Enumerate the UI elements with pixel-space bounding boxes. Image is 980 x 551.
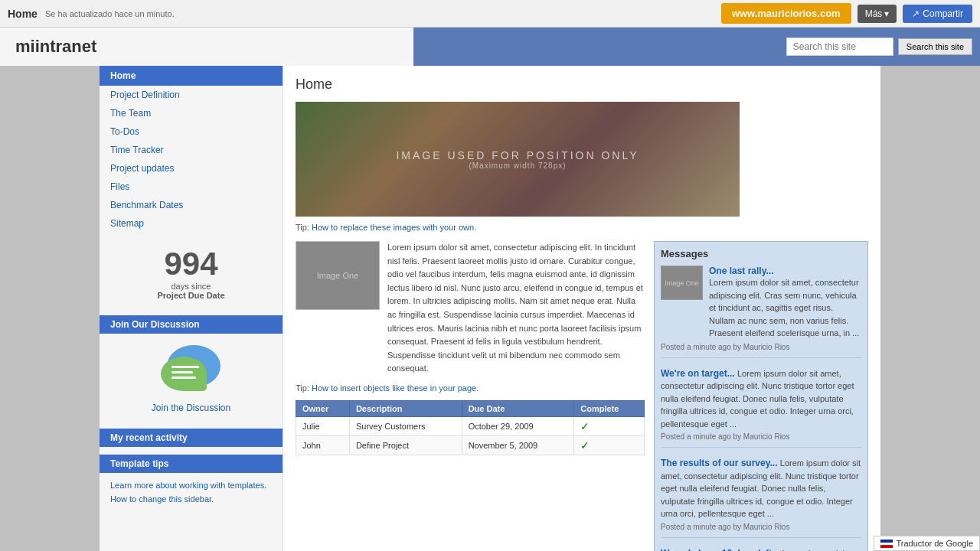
tip2-link[interactable]: How to insert objects like these in your… — [312, 383, 479, 393]
hero-img-inner: IMAGE USED FOR POSITION ONLY (Maximum wi… — [296, 102, 740, 217]
message-title[interactable]: We're on target... — [661, 368, 735, 379]
top-bar-title: Home — [8, 8, 38, 20]
discussion-area: Join the Discussion — [100, 334, 283, 421]
days-number: 994 — [107, 248, 275, 280]
discussion-icon — [161, 341, 222, 403]
table-cell-due-date: October 29, 2009 — [462, 416, 574, 435]
message-thumbnail: Image One — [661, 266, 703, 300]
sidebar-item-the-team[interactable]: The Team — [100, 104, 283, 122]
bubble-line — [172, 377, 196, 379]
tip2-prefix: Tip: — [296, 383, 309, 393]
hero-overlay-sub: (Maximum width 728px) — [469, 161, 566, 170]
message-title[interactable]: We only have 10 days left... — [661, 548, 779, 552]
message-body: Lorem ipsum dolor sit amet, consectetur … — [709, 276, 861, 340]
message-item: We only have 10 days left... Lorem ipsum… — [661, 547, 861, 552]
check-icon: ✓ — [580, 420, 590, 432]
page-title: Home — [296, 77, 868, 93]
article-block: Image One Lorem ipsum dolor sit amet, co… — [296, 241, 645, 376]
recent-activity-header: My recent activity — [100, 429, 283, 447]
search-input[interactable] — [786, 37, 893, 56]
message-meta: Posted a minute ago by Mauricio Rios — [661, 343, 861, 351]
sidebar-item-files[interactable]: Files — [100, 178, 283, 196]
sidebar-item-project-updates[interactable]: Project updates — [100, 159, 283, 178]
tip1-link[interactable]: How to replace these images with your ow… — [312, 223, 476, 232]
mas-button[interactable]: Más ▾ — [858, 5, 897, 23]
top-bar: Home Se ha actualizado hace un minuto. w… — [0, 0, 980, 28]
article-image: Image One — [296, 241, 380, 310]
message-with-image: Image One One last rally... Lorem ipsum … — [661, 266, 861, 340]
template-tips-link-2[interactable]: How to change this sidebar. — [110, 493, 272, 507]
sidebar-item-project-definition[interactable]: Project Definition — [100, 86, 283, 104]
site-title: miintranet — [15, 37, 96, 57]
bubble-green — [161, 357, 207, 391]
tip1-prefix: Tip: — [296, 223, 309, 232]
message-item: Image One One last rally... Lorem ipsum … — [661, 266, 861, 358]
tasks-tbody: Julie Survey Customers October 29, 2009 … — [296, 416, 645, 455]
search-area: Search this site — [779, 28, 980, 66]
sidebar-item-time-tracker[interactable]: Time Tracker — [100, 141, 283, 159]
bubble-line — [172, 371, 193, 373]
tasks-table: Owner Description Due Date Complete Juli… — [296, 400, 645, 455]
table-header-description: Description — [349, 400, 462, 416]
sidebar-item-home[interactable]: Home — [100, 66, 283, 86]
top-bar-subtitle: Se ha actualizado hace un minuto. — [45, 9, 175, 18]
table-cell-due-date: November 5, 2009 — [462, 435, 574, 455]
top-bar-right: www.mauriciorios.com Más ▾ ↗ Compartir — [721, 3, 972, 24]
table-row: Julie Survey Customers October 29, 2009 … — [296, 416, 645, 435]
sidebar: Home Project Definition The Team To-Dos … — [100, 66, 283, 551]
translator-badge[interactable]: Traductor de Google — [874, 536, 980, 551]
sidebar-nav: Home Project Definition The Team To-Dos … — [100, 66, 283, 233]
table-cell-complete: ✓ — [574, 435, 645, 455]
table-cell-description: Survey Customers — [349, 416, 462, 435]
share-label: Compartir — [923, 8, 963, 19]
join-discussion-link[interactable]: Join the Discussion — [152, 403, 230, 413]
days-sublabel: Project Due Date — [107, 291, 275, 300]
table-row: John Define Project November 5, 2009 ✓ — [296, 435, 645, 455]
check-icon: ✓ — [580, 439, 590, 452]
table-header-due-date: Due Date — [462, 400, 574, 416]
days-label: days since — [107, 282, 275, 291]
mas-label: Más — [865, 8, 883, 19]
message-item: We're on target... Lorem ipsum dolor sit… — [661, 367, 861, 448]
hero-overlay-text: IMAGE USED FOR POSITION ONLY — [396, 149, 639, 161]
sidebar-item-benchmark-dates[interactable]: Benchmark Dates — [100, 196, 283, 214]
website-badge: www.mauriciorios.com — [721, 3, 851, 24]
site-header: miintranet Search this site — [0, 28, 980, 66]
table-header-complete: Complete — [574, 400, 645, 416]
tip-line2: Tip: How to insert objects like these in… — [296, 383, 645, 393]
template-tips: Learn more about working with templates.… — [100, 473, 283, 512]
message-title[interactable]: One last rally... — [709, 266, 773, 276]
message-meta: Posted a minute ago by Mauricio Rios — [661, 432, 861, 441]
message-content: One last rally... Lorem ipsum dolor sit … — [709, 266, 861, 340]
message-title[interactable]: The results of our survey... — [661, 458, 777, 468]
days-counter: 994 days since Project Due Date — [100, 233, 283, 308]
content-right: Messages Image One One last rally... Lor… — [654, 241, 868, 551]
bubble-lines — [172, 366, 199, 379]
template-tips-link-1[interactable]: Learn more about working with templates. — [110, 479, 272, 493]
bubble-line — [172, 366, 199, 368]
table-cell-complete: ✓ — [574, 416, 645, 435]
messages-panel: Messages Image One One last rally... Lor… — [654, 241, 868, 551]
messages-list: Image One One last rally... Lorem ipsum … — [661, 266, 861, 551]
messages-header: Messages — [661, 248, 861, 259]
chevron-down-icon: ▾ — [884, 8, 889, 19]
share-button[interactable]: ↗ Compartir — [903, 5, 972, 23]
hero-image: IMAGE USED FOR POSITION ONLY (Maximum wi… — [296, 102, 740, 217]
share-icon: ↗ — [912, 8, 920, 19]
tip-line: Tip: How to replace these images with yo… — [296, 223, 868, 232]
content-left: Image One Lorem ipsum dolor sit amet, co… — [296, 241, 645, 551]
sidebar-item-sitemap[interactable]: Sitemap — [100, 214, 283, 233]
main-container: Home Project Definition The Team To-Dos … — [100, 66, 880, 551]
translator-flag — [880, 540, 893, 548]
message-meta: Posted a minute ago by Mauricio Rios — [661, 523, 861, 531]
table-header-owner: Owner — [296, 400, 350, 416]
translator-label: Traductor de Google — [897, 539, 973, 548]
article-text: Lorem ipsum dolor sit amet, consectetur … — [387, 241, 645, 376]
content-row: Image One Lorem ipsum dolor sit amet, co… — [296, 241, 868, 551]
sidebar-item-to-dos[interactable]: To-Dos — [100, 122, 283, 141]
template-tips-header: Template tips — [100, 455, 283, 473]
join-discussion-header: Join Our Discussion — [100, 315, 283, 334]
message-item: The results of our survey... Lorem ipsum… — [661, 457, 861, 538]
main-content: Home IMAGE USED FOR POSITION ONLY (Maxim… — [283, 66, 880, 551]
search-button[interactable]: Search this site — [898, 38, 972, 55]
